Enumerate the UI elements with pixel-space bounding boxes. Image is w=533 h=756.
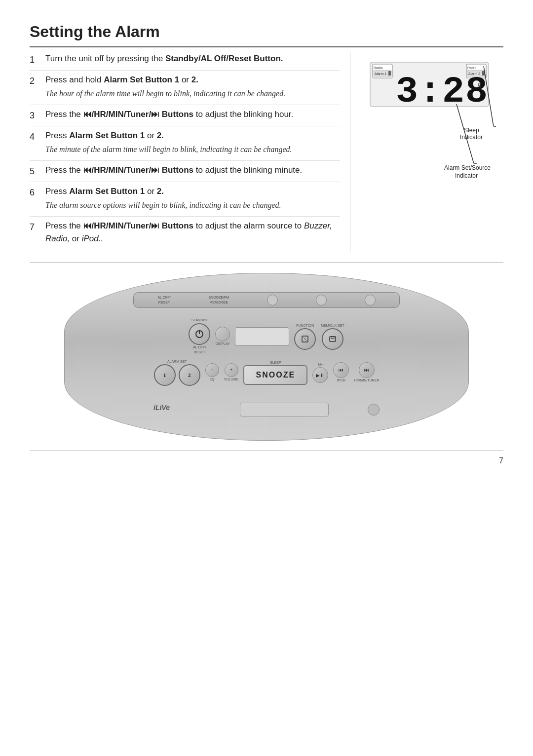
- step-7-text: Press the ⏮/HR/MIN/Tuner/⏭ Buttons to ad…: [45, 220, 340, 245]
- alarm-set-group: ALARM SET 1 2: [154, 359, 200, 386]
- volume-button[interactable]: +: [225, 363, 238, 377]
- step-1-text: Turn the unit off by pressing the Standb…: [45, 52, 340, 65]
- display-button[interactable]: [215, 327, 230, 341]
- snooze-group: SLEEP SNOOZE: [243, 360, 307, 385]
- alarm2-group: 2: [179, 364, 200, 386]
- function-group: FUNCTION: [294, 323, 316, 350]
- step-2-text: Press and hold Alarm Set Button 1 or 2.: [45, 74, 340, 86]
- step-2-bold1: Alarm Set Button 1: [104, 75, 179, 84]
- step-6-text: Press Alarm Set Button 1 or 2.: [45, 185, 340, 198]
- controls-row1: STANDBY AL OFF/RESET DISPLAY FUNCTION: [118, 318, 415, 355]
- step-1-content: Turn the unit off by pressing the Standb…: [45, 52, 340, 67]
- svg-text:Indicator: Indicator: [460, 134, 483, 141]
- step-2-bold2: 2.: [191, 75, 198, 84]
- svg-rect-25: [330, 337, 336, 341]
- step-6-italic: The alarm source options will begin to b…: [45, 199, 340, 211]
- step-1-bold: Standby/AL Off/Reset Button.: [165, 54, 283, 63]
- play-group: M+ ▶⏸: [312, 362, 328, 383]
- step-5: 5 Press the ⏮/HR/MIN/Tuner/⏭ Buttons to …: [30, 164, 340, 182]
- step-7: 7 Press the ⏮/HR/MIN/Tuner/⏭ Buttons to …: [30, 220, 340, 250]
- display-screen: [235, 327, 289, 346]
- alarm1-group: 1: [154, 364, 176, 386]
- al-off-reset-label: AL OFF/RESET: [193, 345, 206, 355]
- svg-text:c: c: [478, 80, 481, 88]
- step-6-number: 6: [30, 185, 39, 214]
- function-label: FUNCTION: [296, 323, 314, 329]
- device-illustration: AL OFF/RESET SNOOZE/FM MEMORIZE STANDBY: [64, 273, 469, 441]
- eq-label: EQ: [210, 377, 215, 382]
- section-divider: [30, 263, 503, 263]
- standby-button[interactable]: [189, 323, 210, 345]
- ipod-label: IPOD: [337, 378, 345, 383]
- prev-button[interactable]: ⏮: [333, 362, 349, 378]
- step-4: 4 Press Alarm Set Button 1 or 2. The min…: [30, 129, 340, 161]
- svg-text:Radio: Radio: [374, 66, 382, 70]
- page-number: 7: [30, 451, 503, 467]
- svg-text:Sleep: Sleep: [464, 127, 479, 134]
- step-7-italic2: iPod..: [82, 234, 103, 243]
- top-panel-group2: SNOOZE/FM MEMORIZE: [208, 295, 229, 305]
- step-5-bold: ⏮/HR/MIN/Tuner/⏭ Buttons: [83, 165, 194, 175]
- step-1-number: 1: [30, 52, 39, 67]
- step-5-text: Press the ⏮/HR/MIN/Tuner/⏭ Buttons to ad…: [45, 164, 340, 177]
- eq-button[interactable]: −: [205, 363, 219, 377]
- step-5-number: 5: [30, 164, 39, 179]
- svg-rect-5: [388, 71, 391, 76]
- alarm-set-label: ALARM SET: [167, 359, 187, 365]
- step-3: 3 Press the ⏮/HR/MIN/Tuner/⏭ Buttons to …: [30, 108, 340, 126]
- svg-text:Alarm 1: Alarm 1: [375, 72, 386, 76]
- device-bottom-rect: [240, 403, 329, 416]
- next-group: ⏭ HR/MIN/TUNER: [354, 362, 379, 383]
- step-6-bold1: Alarm Set Button 1: [69, 187, 145, 196]
- step-2-content: Press and hold Alarm Set Button 1 or 2. …: [45, 74, 340, 102]
- page-title: Setting the Alarm: [30, 20, 503, 47]
- mem-clk-label: MEM/CLK SET: [321, 323, 344, 329]
- step-3-number: 3: [30, 108, 39, 123]
- svg-text:3:28: 3:28: [396, 71, 489, 113]
- step-4-content: Press Alarm Set Button 1 or 2. The minut…: [45, 129, 340, 158]
- eq-group: − EQ: [205, 363, 219, 382]
- step-3-bold: ⏮/HR/MIN/Tuner/⏭ Buttons: [83, 110, 194, 119]
- standby-group: STANDBY AL OFF/RESET: [189, 318, 210, 355]
- svg-text:Radio: Radio: [467, 66, 476, 70]
- mem-clk-button[interactable]: [322, 328, 343, 350]
- alarm-set-1-button[interactable]: 1: [154, 364, 176, 386]
- step-4-italic: The minute of the alarm time will begin …: [45, 144, 340, 155]
- top-panel-text3: MEMORIZE: [209, 300, 228, 305]
- display-group: DISPLAY: [215, 327, 230, 347]
- device-bottom-circle: [368, 404, 380, 416]
- clock-illustration: Radio Alarm 1 Radio Alarm 2 3:28 c: [365, 57, 503, 186]
- top-panel-group1: AL OFF/RESET: [157, 295, 170, 305]
- step-6-bold2: 2.: [157, 187, 164, 196]
- alarm-set-2-button[interactable]: 2: [179, 364, 200, 386]
- next-button[interactable]: ⏭: [359, 362, 375, 378]
- step-7-content: Press the ⏮/HR/MIN/Tuner/⏭ Buttons to ad…: [45, 220, 340, 247]
- snooze-button[interactable]: SNOOZE: [243, 365, 307, 385]
- sleep-label: SLEEP: [270, 360, 281, 366]
- mem-clk-group: MEM/CLK SET: [321, 323, 344, 350]
- device-section: AL OFF/RESET SNOOZE/FM MEMORIZE STANDBY: [30, 273, 503, 441]
- top-panel-circle2[interactable]: [316, 295, 327, 305]
- display-label: DISPLAY: [216, 341, 230, 347]
- device-controls: STANDBY AL OFF/RESET DISPLAY FUNCTION: [118, 318, 415, 386]
- controls-row2: ALARM SET 1 2 − EQ +: [118, 359, 415, 386]
- step-4-text: Press Alarm Set Button 1 or 2.: [45, 129, 340, 142]
- display-column: Radio Alarm 1 Radio Alarm 2 3:28 c: [365, 52, 503, 253]
- top-panel-text1: AL OFF/RESET: [157, 295, 170, 305]
- function-button[interactable]: [294, 328, 316, 350]
- play-button[interactable]: ▶⏸: [312, 367, 328, 383]
- hr-min-tuner-label: HR/MIN/TUNER: [354, 378, 379, 383]
- step-6-content: Press Alarm Set Button 1 or 2. The alarm…: [45, 185, 340, 214]
- step-7-number: 7: [30, 220, 39, 247]
- step-4-bold1: Alarm Set Button 1: [69, 131, 145, 140]
- top-panel-circle3[interactable]: [365, 295, 376, 305]
- device-logo: iLiVe: [153, 403, 170, 413]
- svg-text:Indicator: Indicator: [455, 172, 478, 179]
- top-panel-circle1[interactable]: [267, 295, 278, 305]
- step-1: 1 Turn the unit off by pressing the Stan…: [30, 52, 340, 71]
- volume-label: VOLUME: [224, 377, 239, 382]
- step-5-content: Press the ⏮/HR/MIN/Tuner/⏭ Buttons to ad…: [45, 164, 340, 179]
- m-plus-label: M+: [318, 362, 323, 368]
- step-3-content: Press the ⏮/HR/MIN/Tuner/⏭ Buttons to ad…: [45, 108, 340, 123]
- step-2: 2 Press and hold Alarm Set Button 1 or 2…: [30, 74, 340, 106]
